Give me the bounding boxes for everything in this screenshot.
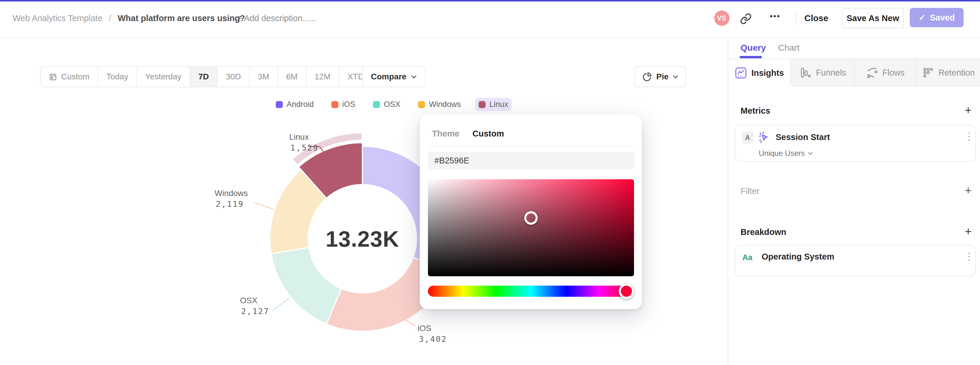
legend-swatch [418,101,425,108]
metric-aggregation-dropdown[interactable]: Unique Users [759,149,813,158]
date-range-group: Custom Today Yesterday 7D 30D 3M 6M 12M … [40,66,383,87]
saved-button[interactable]: ✓ Saved [910,8,964,27]
breadcrumb-separator: / [109,13,111,23]
retention-icon [922,67,934,78]
legend-swatch [276,101,283,108]
check-icon: ✓ [918,13,926,22]
legend-item-android[interactable]: Android [272,98,317,111]
range-custom[interactable]: Custom [41,67,98,87]
range-3m[interactable]: 3M [250,67,278,87]
range-7d[interactable]: 7D [190,67,218,87]
color-picker-divider [428,146,634,146]
view-tab-insights[interactable]: Insights [728,59,791,87]
range-30d[interactable]: 30D [218,67,250,87]
chevron-down-icon [808,152,813,155]
color-picker-tab-custom[interactable]: Custom [473,129,504,139]
slice-label-linux: Linux 1,529 [289,132,318,153]
text-property-icon: Aa [742,253,752,262]
range-yesterday[interactable]: Yesterday [137,67,190,87]
add-filter-button[interactable]: + [965,185,972,196]
tab-chart[interactable]: Chart [778,43,799,53]
pie-chart-icon [642,72,652,82]
chart-total-value: 13.23K [304,226,421,252]
view-tab-funnels[interactable]: Funnels [791,59,854,87]
insights-icon [735,67,747,79]
legend-item-windows[interactable]: Windows [414,98,465,111]
save-as-new-button[interactable]: Save As New [842,8,904,29]
saturation-gradient[interactable] [428,179,634,276]
metrics-heading: Metrics [741,106,770,116]
view-tab-retention[interactable]: Retention [916,59,980,87]
legend-item-ios[interactable]: iOS [328,98,359,111]
legend-swatch [331,101,338,108]
chart-legend: Android iOS OSX Windows Linux [272,98,512,111]
add-description-button[interactable]: + Add description...... [237,13,317,23]
calendar-icon [49,73,57,81]
chart-type-button[interactable]: Pie [635,66,686,87]
add-breakdown-button[interactable]: + [965,226,972,237]
breakdown-heading: Breakdown [741,227,786,237]
more-menu-icon[interactable]: ••• [770,12,780,21]
active-tab-underline [740,56,762,58]
chevron-down-icon [411,75,417,79]
breakdown-property-name[interactable]: Operating System [762,252,834,261]
avatar[interactable]: VS [714,11,729,26]
compare-button[interactable]: Compare [362,66,426,87]
close-button[interactable]: Close [804,13,828,23]
funnels-icon [800,67,811,78]
saved-label: Saved [930,13,955,22]
slice-label-osx: OSX 2,127 [240,295,269,317]
hex-color-input[interactable] [428,152,634,169]
add-metric-button[interactable]: + [965,104,972,116]
breadcrumb-root[interactable]: Web Analytics Template [13,13,102,23]
range-12m[interactable]: 12M [307,67,339,87]
metric-name[interactable]: Session Start [776,132,830,142]
range-6m[interactable]: 6M [278,67,307,87]
share-link-icon[interactable] [740,13,752,26]
page-title[interactable]: What platform are users using? [118,13,245,23]
range-today[interactable]: Today [98,67,137,87]
tab-query[interactable]: Query [741,43,766,53]
legend-swatch [373,101,380,108]
breakdown-kebab-menu[interactable]: ⋮ [964,251,974,261]
series-badge: A [742,132,753,143]
flows-icon [866,67,878,78]
legend-item-linux[interactable]: Linux [475,98,512,111]
legend-swatch [479,101,485,108]
hue-slider-thumb[interactable] [619,284,634,299]
hue-slider[interactable] [428,285,634,297]
slice-label-windows: Windows 2,119 [215,188,248,209]
header-divider [795,12,796,25]
metric-kebab-menu[interactable]: ⋮ [964,131,974,141]
filter-heading: Filter [741,186,759,196]
chevron-down-icon [673,75,679,79]
color-picker-tab-theme[interactable]: Theme [432,129,459,139]
event-spark-icon [757,131,771,145]
slice-label-ios: iOS 3,402 [418,323,447,344]
view-tab-flows[interactable]: Flows [854,59,916,87]
legend-item-osx[interactable]: OSX [369,98,404,111]
app-window: Web Analytics Template / What platform a… [0,0,980,365]
